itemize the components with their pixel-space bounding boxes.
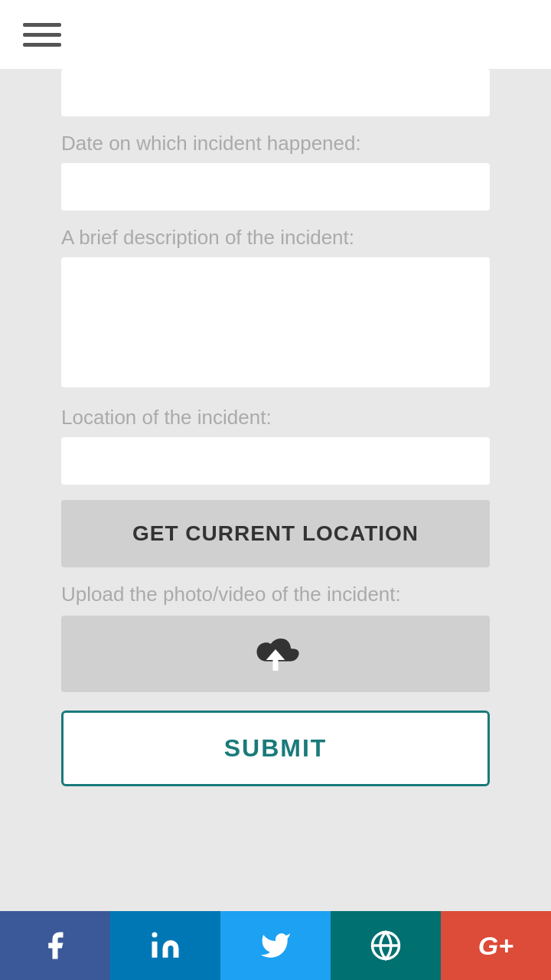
header [0, 0, 551, 69]
form-container: Date on which incident happened: A brief… [0, 69, 551, 863]
twitter-button[interactable] [220, 911, 331, 980]
date-field-group: Date on which incident happened: [61, 132, 490, 211]
upload-field-group: Upload the photo/video of the incident: [61, 583, 490, 692]
submit-button[interactable]: SUBMIT [61, 710, 490, 786]
svg-rect-3 [152, 942, 158, 958]
linkedin-button[interactable] [110, 911, 220, 980]
web-button[interactable] [331, 911, 441, 980]
date-label: Date on which incident happened: [61, 132, 490, 155]
location-input[interactable] [61, 437, 490, 485]
google-plus-label: G+ [478, 931, 514, 961]
description-textarea[interactable] [61, 257, 490, 387]
upload-box[interactable] [61, 616, 490, 692]
date-input[interactable] [61, 163, 490, 211]
upload-label: Upload the photo/video of the incident: [61, 583, 490, 606]
google-plus-button[interactable]: G+ [441, 911, 551, 980]
description-field-group: A brief description of the incident: [61, 226, 490, 390]
facebook-button[interactable] [0, 911, 110, 980]
get-location-button[interactable]: GET CURRENT LOCATION [61, 500, 490, 567]
location-field-group: Location of the incident: [61, 406, 490, 485]
description-label: A brief description of the incident: [61, 226, 490, 250]
first-input[interactable] [61, 69, 490, 116]
social-bar: G+ [0, 911, 551, 980]
hamburger-menu-button[interactable] [23, 23, 61, 47]
location-label: Location of the incident: [61, 406, 490, 430]
svg-point-4 [152, 933, 158, 938]
upload-cloud-icon [249, 629, 302, 678]
first-field-group [61, 69, 490, 116]
